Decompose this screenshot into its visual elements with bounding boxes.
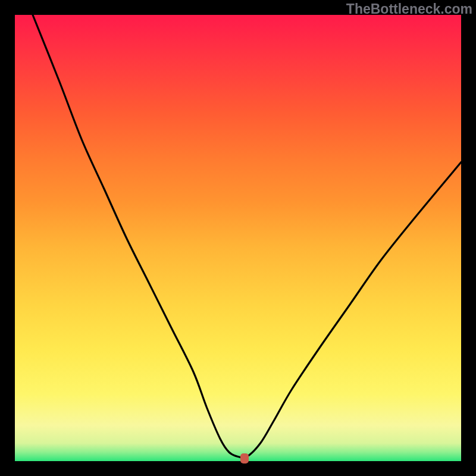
bottleneck-curve [33, 15, 461, 458]
optimal-point-marker [240, 453, 249, 464]
chart-container: TheBottleneck.com [0, 0, 476, 476]
watermark-text: TheBottleneck.com [346, 1, 472, 17]
chart-svg [15, 15, 461, 461]
